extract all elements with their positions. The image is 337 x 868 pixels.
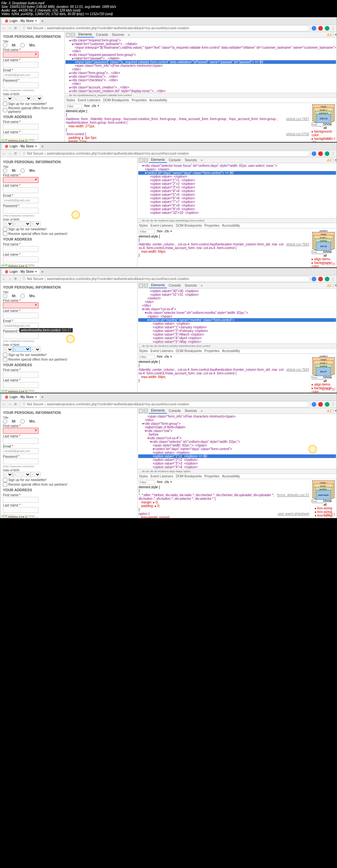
mr-radio[interactable]: [3, 294, 7, 298]
extension-icon[interactable]: [312, 151, 316, 156]
lastname-input[interactable]: [3, 438, 38, 444]
tab-styles[interactable]: Styles: [137, 474, 149, 478]
tab-accessibility[interactable]: Accessibility: [148, 98, 168, 102]
tab-console[interactable]: Console: [167, 283, 183, 288]
month-select[interactable]: -: [13, 221, 31, 226]
css-rule[interactable]: font-weight: normal;: [139, 516, 170, 518]
tab-listeners[interactable]: Event Listeners: [149, 349, 175, 353]
offers-checkbox[interactable]: [3, 231, 7, 236]
tab-accessibility[interactable]: Accessibility: [221, 224, 241, 227]
showall-label[interactable]: Show all: [324, 122, 335, 130]
menu-icon[interactable]: ⋮: [331, 277, 335, 281]
url-input[interactable]: ⓘNot Secure|automationpractice.com/index…: [20, 25, 310, 31]
addr-lastname-input[interactable]: [3, 256, 38, 262]
browser-tab[interactable]: Login - My Store×: [2, 19, 39, 23]
add-rule-icon[interactable]: +: [170, 480, 172, 485]
tab-accessibility[interactable]: Accessibility: [221, 474, 241, 478]
offers-checkbox[interactable]: [3, 108, 7, 112]
hov-toggle[interactable]: :hov: [84, 104, 90, 108]
styles-rules[interactable]: :hov.cls+ element.style {} global.css:74…: [65, 103, 310, 142]
tab-styles[interactable]: Styles: [137, 224, 149, 227]
css-rule[interactable]: max-width: 84px;: [139, 375, 166, 379]
tab-sources[interactable]: Sources: [110, 32, 126, 37]
inspect-icon[interactable]: ⬚: [66, 33, 70, 37]
day-select[interactable]: -: [3, 347, 13, 352]
box-model[interactable]: marginborder 1padding 3250×18: [312, 104, 335, 121]
css-link[interactable]: global.css:7583: [286, 243, 309, 246]
device-icon[interactable]: ▭: [144, 409, 148, 413]
new-tab-icon[interactable]: ＋: [41, 19, 44, 23]
tab-elements[interactable]: Elements: [149, 408, 167, 413]
styles-rules[interactable]: :hov.cls+ element.style {} global.css:75…: [137, 228, 310, 268]
css-rule[interactable]: padding: ▸ 0;: [139, 504, 160, 508]
tab-elements[interactable]: Elements: [76, 32, 94, 37]
new-tab-icon[interactable]: ＋: [41, 395, 44, 399]
tab-properties[interactable]: Properties: [203, 349, 221, 353]
extension-icon[interactable]: [318, 277, 323, 281]
month-select[interactable]: -: [13, 346, 31, 352]
addr-lastname-input[interactable]: [3, 382, 38, 388]
month-select[interactable]: -: [13, 472, 31, 477]
inspect-icon[interactable]: ⬚: [139, 409, 143, 413]
extension-icon[interactable]: [325, 402, 330, 407]
tab-console[interactable]: Console: [94, 32, 110, 37]
extension-icon[interactable]: [318, 26, 323, 31]
extension-icon[interactable]: [318, 402, 323, 407]
devtools-close-icon[interactable]: ×: [335, 158, 337, 162]
close-icon[interactable]: ×: [35, 19, 37, 23]
menu-icon[interactable]: ⋮: [331, 26, 335, 30]
year-select[interactable]: -: [31, 472, 40, 477]
extension-icon[interactable]: [312, 277, 316, 281]
cls-toggle[interactable]: .cls: [91, 104, 96, 108]
devtools-menu-icon[interactable]: ⋮: [331, 33, 335, 36]
extension-icon[interactable]: [325, 277, 330, 281]
year-select[interactable]: -: [31, 221, 40, 226]
warning-icon[interactable]: ⚠1: [327, 158, 332, 162]
dom-breadcrumb[interactable]: ... div div input#passwd.is_required.val…: [65, 93, 337, 98]
mrs-radio[interactable]: [21, 419, 25, 424]
mrs-radio[interactable]: [21, 168, 25, 173]
tab-more[interactable]: »: [126, 32, 132, 37]
close-icon[interactable]: ×: [35, 145, 37, 148]
addr-firstname-input[interactable]: [3, 372, 38, 378]
box-model[interactable]: marginborder 1padding64×18: [312, 232, 335, 249]
tab-dombp[interactable]: DOM Breakpoints: [175, 224, 203, 227]
mrs-radio[interactable]: [21, 294, 25, 298]
cls-toggle[interactable]: .cls: [164, 355, 169, 359]
email-input[interactable]: [3, 448, 38, 454]
new-tab-icon[interactable]: ＋: [41, 270, 44, 274]
newsletter-checkbox[interactable]: [3, 478, 7, 482]
dom-breadcrumb[interactable]: ... div div div div #uniform-months sele…: [137, 343, 337, 348]
reload-icon[interactable]: ⟳: [14, 152, 18, 156]
showall-label[interactable]: Show all: [324, 499, 335, 506]
password-input[interactable]: [3, 333, 38, 339]
url-input[interactable]: ⓘNot Secure|automationpractice.com/index…: [20, 401, 310, 407]
extension-icon[interactable]: [312, 26, 316, 31]
css-rule[interactable]: padding: ▸ 3px 5px;: [66, 136, 97, 140]
lastname-input[interactable]: [3, 187, 38, 193]
newsletter-checkbox[interactable]: [3, 353, 7, 357]
css-link[interactable]: global.css:7437: [286, 117, 309, 121]
extension-icon[interactable]: [325, 26, 330, 31]
email-input[interactable]: [3, 197, 38, 203]
styles-rules[interactable]: :hov.cls+ element.style {} forms_default…: [137, 479, 310, 518]
tab-styles[interactable]: Styles: [137, 349, 149, 353]
close-icon[interactable]: ×: [35, 395, 37, 399]
filter-input[interactable]: [139, 355, 155, 359]
close-icon[interactable]: ×: [35, 270, 37, 273]
forward-icon[interactable]: →: [8, 277, 12, 281]
password-input[interactable]: [3, 458, 38, 464]
warning-icon[interactable]: ⚠1: [327, 284, 332, 287]
elements-tree[interactable]: <option value="30">30 </option><option v…: [137, 288, 337, 343]
add-rule-icon[interactable]: +: [170, 229, 172, 234]
mrs-radio[interactable]: [21, 43, 25, 48]
tab-sources[interactable]: Sources: [183, 158, 199, 162]
addr-firstname-input[interactable]: [3, 246, 38, 252]
offers-checkbox[interactable]: [3, 357, 7, 362]
newsletter-checkbox[interactable]: [3, 102, 7, 106]
tab-listeners[interactable]: Event Listeners: [149, 224, 175, 227]
device-icon[interactable]: ▭: [144, 284, 148, 287]
device-icon[interactable]: ▭: [144, 158, 148, 162]
showall-label[interactable]: Show all: [324, 250, 335, 257]
month-select[interactable]: -: [14, 96, 32, 101]
